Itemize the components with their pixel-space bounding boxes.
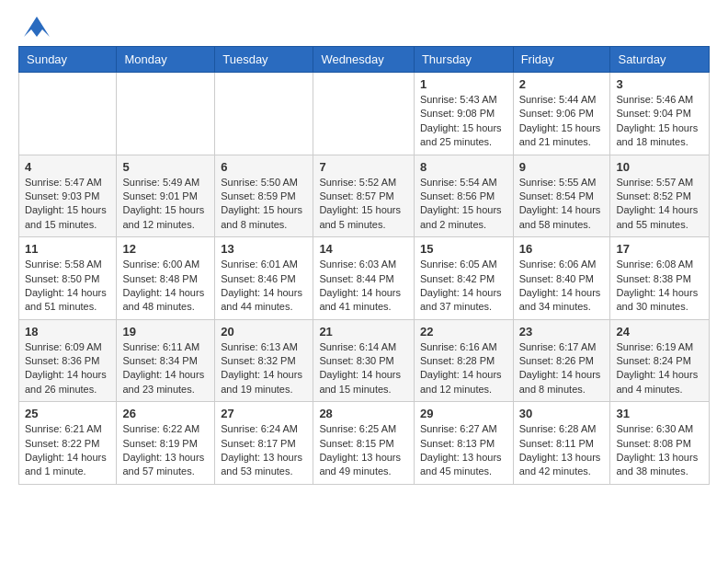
day-number: 3	[616, 77, 703, 91]
col-saturday: Saturday	[610, 47, 710, 73]
day-number: 21	[319, 325, 408, 339]
day-number: 9	[519, 160, 605, 174]
logo	[22, 17, 50, 37]
col-monday: Monday	[117, 47, 215, 73]
calendar-cell: 10Sunrise: 5:57 AMSunset: 8:52 PMDayligh…	[610, 155, 710, 237]
calendar-cell	[19, 73, 117, 155]
calendar-week-row: 25Sunrise: 6:21 AMSunset: 8:22 PMDayligh…	[19, 402, 710, 485]
day-info: Sunrise: 6:06 AMSunset: 8:40 PMDaylight:…	[519, 259, 601, 312]
day-info: Sunrise: 5:57 AMSunset: 8:52 PMDaylight:…	[616, 177, 698, 230]
day-number: 25	[25, 407, 110, 420]
day-number: 16	[519, 242, 605, 256]
day-info: Sunrise: 6:14 AMSunset: 8:30 PMDaylight:…	[319, 341, 401, 395]
day-info: Sunrise: 6:01 AMSunset: 8:46 PMDaylight:…	[221, 259, 302, 312]
calendar-cell: 3Sunrise: 5:46 AMSunset: 9:04 PMDaylight…	[610, 73, 710, 155]
day-number: 26	[122, 407, 209, 420]
calendar-cell: 13Sunrise: 6:01 AMSunset: 8:46 PMDayligh…	[215, 237, 313, 320]
day-info: Sunrise: 6:16 AMSunset: 8:28 PMDaylight:…	[420, 341, 502, 395]
day-info: Sunrise: 6:08 AMSunset: 8:38 PMDaylight:…	[616, 259, 698, 312]
day-number: 22	[420, 325, 507, 339]
day-number: 6	[221, 160, 307, 174]
day-number: 29	[420, 407, 507, 420]
day-number: 11	[25, 242, 110, 256]
calendar-cell: 24Sunrise: 6:19 AMSunset: 8:24 PMDayligh…	[610, 319, 710, 402]
calendar-cell: 18Sunrise: 6:09 AMSunset: 8:36 PMDayligh…	[19, 319, 117, 402]
day-info: Sunrise: 6:27 AMSunset: 8:13 PMDaylight:…	[420, 423, 502, 477]
day-info: Sunrise: 5:52 AMSunset: 8:57 PMDaylight:…	[319, 177, 401, 230]
calendar-cell: 22Sunrise: 6:16 AMSunset: 8:28 PMDayligh…	[414, 319, 513, 402]
day-info: Sunrise: 5:58 AMSunset: 8:50 PMDaylight:…	[25, 259, 107, 312]
calendar-cell: 29Sunrise: 6:27 AMSunset: 8:13 PMDayligh…	[414, 402, 513, 485]
day-number: 8	[420, 160, 507, 174]
calendar-cell: 1Sunrise: 5:43 AMSunset: 9:08 PMDaylight…	[414, 73, 513, 155]
day-info: Sunrise: 6:25 AMSunset: 8:15 PMDaylight:…	[319, 423, 401, 477]
calendar-cell: 30Sunrise: 6:28 AMSunset: 8:11 PMDayligh…	[513, 402, 610, 485]
day-info: Sunrise: 6:21 AMSunset: 8:22 PMDaylight:…	[25, 423, 107, 477]
day-info: Sunrise: 6:05 AMSunset: 8:42 PMDaylight:…	[420, 259, 502, 312]
day-number: 4	[25, 160, 110, 174]
svg-marker-0	[24, 17, 50, 37]
day-number: 10	[616, 160, 703, 174]
calendar-cell	[215, 73, 313, 155]
day-number: 30	[519, 407, 605, 420]
calendar-cell: 12Sunrise: 6:00 AMSunset: 8:48 PMDayligh…	[117, 237, 215, 320]
calendar-cell: 4Sunrise: 5:47 AMSunset: 9:03 PMDaylight…	[19, 155, 117, 237]
day-info: Sunrise: 5:43 AMSunset: 9:08 PMDaylight:…	[420, 94, 502, 147]
day-info: Sunrise: 6:24 AMSunset: 8:17 PMDaylight:…	[221, 423, 302, 477]
calendar-cell: 20Sunrise: 6:13 AMSunset: 8:32 PMDayligh…	[215, 319, 313, 402]
day-number: 27	[221, 407, 307, 420]
day-number: 23	[519, 325, 605, 339]
calendar-cell: 21Sunrise: 6:14 AMSunset: 8:30 PMDayligh…	[313, 319, 415, 402]
calendar-header-row: Sunday Monday Tuesday Wednesday Thursday…	[19, 47, 710, 73]
calendar-cell: 14Sunrise: 6:03 AMSunset: 8:44 PMDayligh…	[313, 237, 415, 320]
day-info: Sunrise: 6:22 AMSunset: 8:19 PMDaylight:…	[122, 423, 204, 477]
calendar-table: Sunday Monday Tuesday Wednesday Thursday…	[18, 46, 710, 485]
calendar-cell: 9Sunrise: 5:55 AMSunset: 8:54 PMDaylight…	[513, 155, 610, 237]
day-info: Sunrise: 5:44 AMSunset: 9:06 PMDaylight:…	[519, 94, 601, 147]
day-number: 18	[25, 325, 110, 339]
col-sunday: Sunday	[19, 47, 117, 73]
day-number: 20	[221, 325, 307, 339]
day-number: 2	[519, 77, 605, 91]
day-number: 13	[221, 242, 307, 256]
calendar-week-row: 1Sunrise: 5:43 AMSunset: 9:08 PMDaylight…	[19, 73, 710, 155]
day-number: 17	[616, 242, 703, 256]
calendar-cell	[117, 73, 215, 155]
col-friday: Friday	[513, 47, 610, 73]
day-number: 7	[319, 160, 408, 174]
calendar-cell	[313, 73, 415, 155]
col-wednesday: Wednesday	[313, 47, 415, 73]
day-number: 14	[319, 242, 408, 256]
calendar-cell: 19Sunrise: 6:11 AMSunset: 8:34 PMDayligh…	[117, 319, 215, 402]
calendar-cell: 23Sunrise: 6:17 AMSunset: 8:26 PMDayligh…	[513, 319, 610, 402]
day-info: Sunrise: 6:19 AMSunset: 8:24 PMDaylight:…	[616, 341, 698, 395]
day-number: 28	[319, 407, 408, 420]
day-number: 24	[616, 325, 703, 339]
day-info: Sunrise: 5:55 AMSunset: 8:54 PMDaylight:…	[519, 177, 601, 230]
day-info: Sunrise: 5:47 AMSunset: 9:03 PMDaylight:…	[25, 177, 107, 230]
day-number: 12	[122, 242, 209, 256]
day-info: Sunrise: 6:17 AMSunset: 8:26 PMDaylight:…	[519, 341, 601, 395]
calendar-cell: 8Sunrise: 5:54 AMSunset: 8:56 PMDaylight…	[414, 155, 513, 237]
calendar-week-row: 4Sunrise: 5:47 AMSunset: 9:03 PMDaylight…	[19, 155, 710, 237]
day-info: Sunrise: 6:00 AMSunset: 8:48 PMDaylight:…	[122, 259, 204, 312]
day-info: Sunrise: 6:09 AMSunset: 8:36 PMDaylight:…	[25, 341, 107, 395]
calendar-cell: 6Sunrise: 5:50 AMSunset: 8:59 PMDaylight…	[215, 155, 313, 237]
day-number: 1	[420, 77, 507, 91]
logo-icon	[24, 17, 50, 37]
calendar-cell: 7Sunrise: 5:52 AMSunset: 8:57 PMDaylight…	[313, 155, 415, 237]
day-info: Sunrise: 5:54 AMSunset: 8:56 PMDaylight:…	[420, 177, 502, 230]
calendar-cell: 15Sunrise: 6:05 AMSunset: 8:42 PMDayligh…	[414, 237, 513, 320]
calendar-cell: 26Sunrise: 6:22 AMSunset: 8:19 PMDayligh…	[117, 402, 215, 485]
day-info: Sunrise: 6:28 AMSunset: 8:11 PMDaylight:…	[519, 423, 601, 477]
calendar-cell: 28Sunrise: 6:25 AMSunset: 8:15 PMDayligh…	[313, 402, 415, 485]
calendar-week-row: 11Sunrise: 5:58 AMSunset: 8:50 PMDayligh…	[19, 237, 710, 320]
day-info: Sunrise: 5:46 AMSunset: 9:04 PMDaylight:…	[616, 94, 698, 147]
day-info: Sunrise: 6:13 AMSunset: 8:32 PMDaylight:…	[221, 341, 302, 395]
day-number: 5	[122, 160, 209, 174]
calendar-cell: 17Sunrise: 6:08 AMSunset: 8:38 PMDayligh…	[610, 237, 710, 320]
calendar-cell: 16Sunrise: 6:06 AMSunset: 8:40 PMDayligh…	[513, 237, 610, 320]
calendar-cell: 11Sunrise: 5:58 AMSunset: 8:50 PMDayligh…	[19, 237, 117, 320]
day-info: Sunrise: 6:11 AMSunset: 8:34 PMDaylight:…	[122, 341, 204, 395]
page-header	[0, 0, 728, 46]
